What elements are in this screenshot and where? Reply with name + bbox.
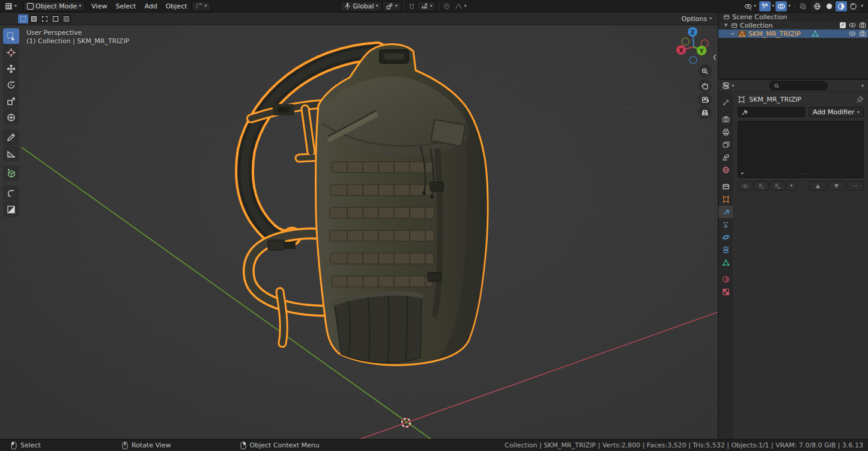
tool-transform[interactable]: [3, 109, 19, 125]
camera-view-button[interactable]: [698, 93, 712, 106]
shading-wireframe-button[interactable]: [812, 1, 823, 11]
snap-toggle-button[interactable]: [407, 1, 417, 11]
proportional-falloff-dropdown[interactable]: ▾: [452, 1, 470, 11]
tool-rotate[interactable]: [3, 77, 19, 93]
remove-button[interactable]: —: [846, 181, 864, 191]
tab-material[interactable]: [718, 273, 733, 286]
remove-all-button[interactable]: [770, 181, 785, 191]
menu-view[interactable]: View: [87, 1, 111, 11]
apply-all-button[interactable]: [754, 181, 769, 191]
orientation-gizmo[interactable]: Z X Y: [670, 25, 718, 73]
tab-particles[interactable]: [718, 218, 733, 231]
shading-dropdown[interactable]: ▾: [860, 1, 864, 11]
properties-search-input[interactable]: [782, 82, 824, 89]
chevron-down-icon: ▾: [376, 4, 378, 8]
model-backpack-skm-mr-trizip[interactable]: [222, 33, 511, 382]
show-gizmo-dropdown[interactable]: ▾: [771, 1, 775, 11]
outliner-row-scene-collection[interactable]: Scene Collection: [718, 13, 868, 21]
select-mode-set-button[interactable]: [18, 14, 28, 23]
select-mode-invert-button[interactable]: [50, 14, 61, 23]
tab-collection[interactable]: [718, 180, 733, 193]
shading-material-preview-button[interactable]: [836, 1, 847, 11]
hint-label: Select: [20, 441, 41, 449]
toggle-xray-button[interactable]: [797, 1, 809, 11]
resize-grip[interactable]: ⋯⋯: [801, 171, 812, 176]
viewport-3d[interactable]: User Perspective (1) Collection | SKM_MR…: [0, 25, 718, 439]
menu-object[interactable]: Object: [162, 1, 192, 11]
editor-type-button[interactable]: ▾: [2, 1, 20, 11]
tool-corner-extra[interactable]: [3, 185, 19, 201]
tab-constraints[interactable]: [718, 244, 733, 256]
tab-texture[interactable]: [718, 286, 733, 298]
collection-checkbox[interactable]: ✓: [840, 22, 846, 28]
tool-annotate[interactable]: [3, 129, 19, 145]
show-overlays-dropdown[interactable]: ▾: [787, 1, 792, 11]
render-camera-icon[interactable]: [859, 22, 866, 29]
menu-add[interactable]: Add: [140, 1, 161, 11]
select-mode-subtract-button[interactable]: [40, 14, 50, 23]
pivot-point-dropdown[interactable]: ▾: [382, 1, 401, 11]
outliner-item-label: SKM_MR_TRIZIP: [748, 30, 801, 38]
expand-arrow-icon[interactable]: ►: [730, 31, 736, 36]
gizmo-axis-neg-y[interactable]: [682, 38, 689, 45]
transform-orientation-dropdown[interactable]: Global ▾: [340, 1, 382, 11]
show-overlays-button[interactable]: [775, 1, 787, 11]
tab-modifiers[interactable]: [718, 206, 733, 218]
select-mode-extend-button[interactable]: [29, 14, 39, 23]
mode-select-dropdown[interactable]: Object Mode ▾: [23, 1, 85, 11]
hide-eye-icon[interactable]: [849, 22, 856, 29]
tool-cursor[interactable]: [3, 44, 19, 60]
tab-world[interactable]: [718, 164, 733, 176]
toggle-perspective-button[interactable]: [698, 105, 712, 119]
gizmo-axis-neg-z[interactable]: [690, 57, 697, 64]
tab-physics[interactable]: [718, 231, 733, 244]
move-up-button[interactable]: ▲: [809, 181, 827, 191]
sidebar-toggle-icon[interactable]: ❮: [712, 54, 717, 60]
properties-search[interactable]: [769, 81, 828, 90]
mode-transfer-dropdown[interactable]: ▾: [192, 1, 211, 11]
tool-move[interactable]: [3, 61, 19, 76]
shading-solid-button[interactable]: [824, 1, 835, 11]
tab-object-data[interactable]: [718, 256, 733, 269]
shading-rendered-button[interactable]: [848, 1, 859, 11]
proportional-editing-button[interactable]: [442, 1, 452, 11]
tool-scale[interactable]: [3, 93, 19, 109]
toggle-visibility-button[interactable]: [738, 181, 753, 191]
menu-select[interactable]: Select: [111, 1, 140, 11]
tool-fill-extra[interactable]: [3, 201, 19, 217]
tab-output[interactable]: [718, 126, 733, 138]
outliner-row-collection[interactable]: ▼ Collection ✓: [718, 21, 868, 29]
show-object-types-dropdown[interactable]: ▾: [741, 1, 759, 11]
modifier-search-field[interactable]: [738, 107, 805, 117]
zoom-button[interactable]: [698, 64, 712, 78]
expand-arrow-icon[interactable]: ▼: [723, 23, 729, 28]
tab-scene[interactable]: [718, 151, 733, 164]
outliner-row-skm-mr-trizip[interactable]: ► SKM_MR_TRIZIP: [718, 29, 868, 38]
snap-settings-dropdown[interactable]: ▾: [417, 1, 436, 11]
tool-select-box[interactable]: [3, 28, 19, 44]
move-down-button[interactable]: ▼: [828, 181, 845, 191]
cursor-3d: [398, 414, 414, 431]
tab-render[interactable]: [718, 113, 733, 126]
tab-tool[interactable]: [718, 96, 733, 109]
expand-arrow-icon[interactable]: ►: [741, 171, 744, 176]
select-mode-intersect-button[interactable]: [61, 14, 71, 23]
modifier-list-box[interactable]: ► ⋯⋯: [738, 121, 864, 178]
tab-object[interactable]: [718, 193, 733, 206]
tool-add-cube[interactable]: [3, 165, 19, 181]
hide-eye-icon[interactable]: [849, 30, 856, 37]
tab-view-layer[interactable]: [718, 138, 733, 151]
pin-icon[interactable]: [856, 96, 864, 103]
render-camera-icon[interactable]: [859, 30, 866, 37]
show-gizmo-button[interactable]: [759, 1, 771, 11]
velcro-patch: [431, 120, 465, 146]
options-dropdown[interactable]: Options ▾: [682, 15, 712, 23]
pan-button[interactable]: [698, 79, 712, 93]
extras-dropdown-button[interactable]: ▾: [786, 181, 797, 191]
properties-options-chevron-icon[interactable]: ▾: [861, 84, 864, 88]
solid-shading-icon: [825, 2, 833, 10]
tool-measure[interactable]: [3, 146, 19, 161]
blender-window: ▾ Object Mode ▾ View Select Add Object ▾…: [0, 0, 868, 451]
properties-editor-type-button[interactable]: ▾: [721, 81, 735, 91]
add-modifier-dropdown[interactable]: Add Modifier ▾: [809, 107, 864, 117]
